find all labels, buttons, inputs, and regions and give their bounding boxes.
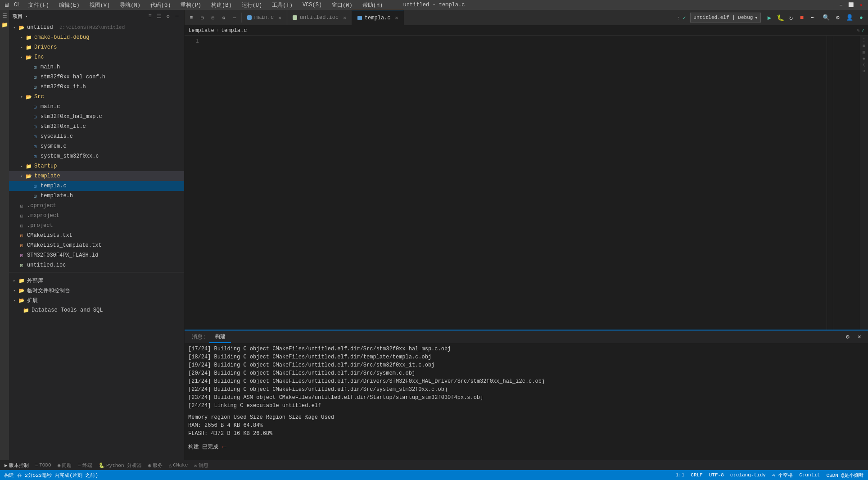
menu-tools[interactable]: 工具(T) <box>268 0 296 10</box>
tab-close-btn[interactable]: ✕ <box>343 15 346 21</box>
settings-icon[interactable]: ⚙ <box>164 13 172 20</box>
right-strip-icon3[interactable]: ▤ <box>863 50 865 55</box>
tree-item-db-tools[interactable]: 📁 Database Tools and SQL <box>9 305 184 315</box>
more-options-btn[interactable]: ⋯ <box>808 13 818 23</box>
tree-root[interactable]: ▾ 📂 untitled D:\CIionSTM32\untitled <box>9 23 184 32</box>
reload-button[interactable]: ↻ <box>786 13 796 23</box>
menu-window[interactable]: 窗口(W) <box>328 0 356 10</box>
tree-item-expand[interactable]: ▾ 📂 扩展 <box>9 295 184 305</box>
right-strip-icon4[interactable]: ◈ <box>863 56 865 61</box>
tab-toolbar-btn3[interactable]: ⊞ <box>208 13 218 23</box>
python-profiler-btn[interactable]: 🐍 Python 分析器 <box>97 462 144 469</box>
split-editor-icon[interactable]: ⋮ <box>676 15 681 21</box>
debug-button[interactable]: 🐛 <box>775 13 785 23</box>
tree-item-project[interactable]: ⊡ .project <box>9 221 184 231</box>
collapse-all-icon[interactable]: ≡ <box>146 13 154 20</box>
breadcrumb-pencil-icon[interactable]: ✎ <box>857 27 860 33</box>
todo-btn[interactable]: ≡ TODO <box>33 462 53 468</box>
tree-item-hal-conf-h[interactable]: ⊡ stm32f0xx_hal_conf.h <box>9 72 184 82</box>
cmake-btn[interactable]: △ CMake <box>167 462 190 468</box>
tree-item-template[interactable]: ▾ 📂 template <box>9 171 184 181</box>
terminal-btn[interactable]: ≡ 终端 <box>76 462 94 469</box>
settings-gear-icon[interactable]: ⚙ <box>833 13 843 23</box>
run-config-dropdown[interactable]: untitled.elf | Debug ▾ <box>690 13 761 23</box>
menu-code[interactable]: 代码(G) <box>147 0 175 10</box>
tree-item-inc[interactable]: ▾ 📂 Inc <box>9 52 184 62</box>
close-panel-icon[interactable]: — <box>173 13 181 20</box>
tree-item-external[interactable]: ▸ 📁 外部库 <box>9 276 184 285</box>
tree-item-cproject[interactable]: ⊡ .cproject <box>9 201 184 211</box>
right-strip-icon2[interactable]: ≡ <box>863 44 865 49</box>
tree-item-template-h[interactable]: ⊡ template.h <box>9 191 184 201</box>
tree-item-system-c[interactable]: ⊡ system_stm32f0xx.c <box>9 151 184 161</box>
messages-btn[interactable]: ✉ 消息 <box>192 462 210 469</box>
expand-all-icon[interactable]: ☰ <box>155 13 163 20</box>
bottom-close-icon[interactable]: ✕ <box>854 332 864 342</box>
code-editor[interactable] <box>203 36 827 330</box>
tree-item-mxproject[interactable]: ⊡ .mxproject <box>9 211 184 221</box>
menu-view[interactable]: 视图(V) <box>86 0 114 10</box>
tree-item-temporal[interactable]: ▾ 📂 临时文件和控制台 <box>9 285 184 295</box>
menu-build[interactable]: 构建(B) <box>208 0 235 10</box>
menu-vcs[interactable]: VCS(S) <box>299 1 326 9</box>
menu-help[interactable]: 帮助(H) <box>359 0 387 10</box>
sidebar-toggle-icon[interactable]: ☰ <box>0 12 9 20</box>
tab-untitled-ioc[interactable]: untitled.ioc ✕ <box>287 10 352 26</box>
tree-item-cmakelists[interactable]: ⊡ CMakeLists.txt <box>9 231 184 240</box>
menu-edit[interactable]: 编辑(E) <box>55 0 83 10</box>
cursor-position[interactable]: 1:1 <box>674 472 686 478</box>
tree-item-ioc[interactable]: ⊡ untitled.ioc <box>9 260 184 270</box>
bottom-settings-icon[interactable]: ⚙ <box>843 332 853 342</box>
user-icon[interactable]: 👤 <box>845 13 854 23</box>
tab-toolbar-btn1[interactable]: ≡ <box>186 13 196 23</box>
tree-item-hal-msp-c[interactable]: ⊡ stm32f0xx_hal_msp.c <box>9 112 184 122</box>
issues-btn[interactable]: ◉ 问题 <box>56 462 74 469</box>
tree-item-syscalls-c[interactable]: ⊡ syscalls.c <box>9 131 184 141</box>
right-strip-icon1[interactable]: ⋮ <box>862 37 866 43</box>
tree-item-sysmem-c[interactable]: ⊡ sysmem.c <box>9 141 184 151</box>
tree-item-templa-c[interactable]: ⊡ templa.c <box>9 181 184 191</box>
line-ending[interactable]: CRLF <box>689 472 704 478</box>
breadcrumb-file[interactable]: templa.c <box>221 27 247 34</box>
menu-refactor[interactable]: 重构(P) <box>177 0 205 10</box>
tab-build[interactable]: 构建 <box>209 331 231 343</box>
linter-status[interactable]: c:clang-tidy <box>729 472 767 478</box>
tab-main-c[interactable]: main.c ✕ <box>242 10 287 26</box>
tab-toolbar-btn2[interactable]: ⊟ <box>197 13 207 23</box>
tree-item-main-c[interactable]: ⊡ main.c <box>9 102 184 112</box>
stop-button[interactable]: ■ <box>797 13 807 23</box>
menu-cl[interactable]: CL <box>12 2 22 8</box>
menu-file[interactable]: 文件(F) <box>25 0 53 10</box>
right-strip-icon6[interactable]: ≋ <box>863 68 865 74</box>
close-button[interactable]: ✕ <box>857 2 864 8</box>
file-name-status[interactable]: C:untit <box>798 472 821 478</box>
encoding[interactable]: UTF-8 <box>708 472 725 478</box>
tree-item-it-h[interactable]: ⊡ stm32f0xx_it.h <box>9 82 184 92</box>
menu-nav[interactable]: 导航(N) <box>116 0 144 10</box>
tab-minimize-btn[interactable]: — <box>230 13 240 23</box>
minimize-button[interactable]: — <box>837 2 845 8</box>
project-icon[interactable]: 📁 <box>0 21 9 29</box>
tree-item-src[interactable]: ▾ 📂 Src <box>9 92 184 102</box>
right-strip-icon5[interactable]: ⟨ <box>863 62 865 68</box>
indent-size[interactable]: 4 个空格 <box>771 472 794 479</box>
tab-settings-btn[interactable]: ⚙ <box>219 13 229 23</box>
editor-scrollbar[interactable] <box>827 36 833 330</box>
menu-run[interactable]: 运行(U) <box>238 0 266 10</box>
panel-dropdown-icon[interactable]: ▾ <box>25 14 27 19</box>
build-button[interactable]: ▶ <box>764 13 774 23</box>
tree-item-main-h[interactable]: ⊡ main.h <box>9 62 184 72</box>
check-icon[interactable]: ✓ <box>683 15 686 21</box>
build-status-item[interactable]: 构建 在 2分523毫秒 内完成(片刻 之前) <box>3 472 99 479</box>
breadcrumb-template[interactable]: template <box>188 27 214 34</box>
maximize-button[interactable]: ⬜ <box>847 2 854 8</box>
tab-close-btn[interactable]: ✕ <box>278 15 281 21</box>
services-btn[interactable]: ◉ 服务 <box>146 462 164 469</box>
tab-close-btn[interactable]: ✕ <box>395 15 398 21</box>
tree-item-it-c[interactable]: ⊡ stm32f0xx_it.c <box>9 122 184 131</box>
tree-item-drivers[interactable]: ▸ 📁 Drivers <box>9 42 184 52</box>
build-output[interactable]: [17/24] Building C object CMakeFiles/unt… <box>185 343 868 460</box>
csdn-user[interactable]: CSDN @是小娴呀 <box>825 472 865 479</box>
version-control-btn[interactable]: ▶ 版本控制 <box>3 462 31 469</box>
notification-icon[interactable]: ● <box>856 13 866 23</box>
